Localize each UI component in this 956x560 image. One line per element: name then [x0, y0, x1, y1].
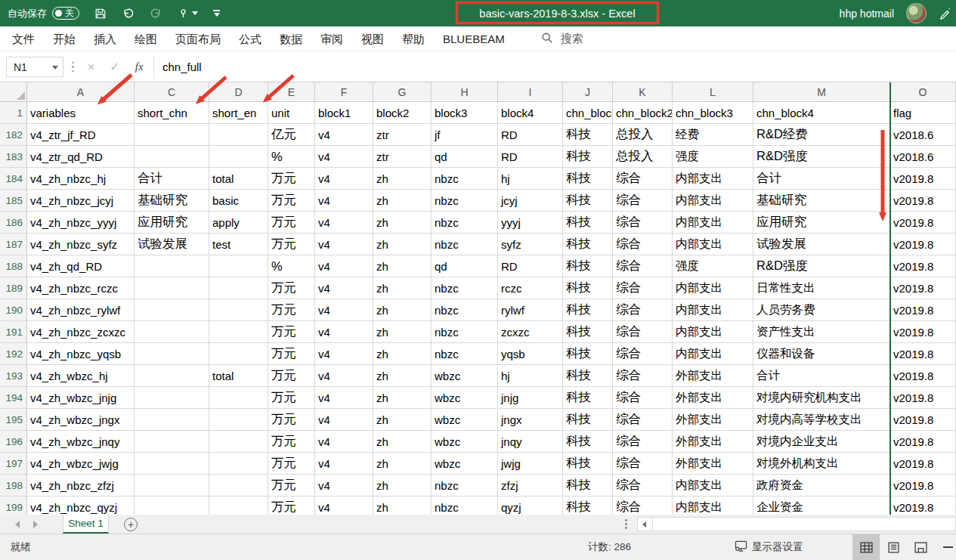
- cell-F186[interactable]: v4: [315, 212, 373, 234]
- cell-C182[interactable]: [135, 124, 209, 146]
- cell-L186[interactable]: 内部支出: [673, 212, 753, 234]
- cell-H194[interactable]: wbzc: [432, 387, 498, 409]
- cell-I197[interactable]: jwjg: [498, 453, 563, 475]
- column-header-A[interactable]: A: [27, 82, 135, 102]
- page-layout-view-icon[interactable]: [880, 534, 907, 560]
- row-header-196[interactable]: 196: [0, 431, 27, 453]
- cell-D196[interactable]: [209, 431, 268, 453]
- sheet-nav-right-icon[interactable]: [33, 521, 38, 528]
- cell-E185[interactable]: 万元: [268, 190, 315, 212]
- cell-J182[interactable]: 科技: [563, 124, 613, 146]
- search-box[interactable]: 搜索: [541, 32, 583, 46]
- cell-L182[interactable]: 经费: [673, 124, 753, 146]
- ribbon-tab-数据[interactable]: 数据: [271, 26, 311, 51]
- row-header-191[interactable]: 191: [0, 321, 27, 343]
- touch-mouse-mode-icon[interactable]: [178, 8, 198, 19]
- column-header-K[interactable]: K: [613, 82, 673, 102]
- cell-H199[interactable]: nbzc: [432, 497, 498, 515]
- cell-O199[interactable]: v2019.8: [890, 497, 956, 515]
- cell-H196[interactable]: wbzc: [432, 431, 498, 453]
- row-header-195[interactable]: 195: [0, 409, 27, 431]
- column-header-D[interactable]: D: [209, 82, 268, 102]
- cell-D192[interactable]: [209, 343, 268, 365]
- cell-J199[interactable]: 科技: [563, 497, 613, 515]
- cell-I182[interactable]: RD: [498, 124, 563, 146]
- column-header-L[interactable]: L: [673, 82, 753, 102]
- row-header-197[interactable]: 197: [0, 453, 27, 475]
- cell-I192[interactable]: yqsb: [498, 343, 563, 365]
- cell-K189[interactable]: 综合: [613, 277, 673, 299]
- cell-K194[interactable]: 综合: [613, 387, 673, 409]
- cell-F190[interactable]: v4: [315, 299, 373, 321]
- cell-J1[interactable]: chn_block1: [563, 102, 613, 124]
- cell-C187[interactable]: 试验发展: [135, 234, 209, 255]
- cell-G191[interactable]: zh: [373, 321, 432, 343]
- cell-C184[interactable]: 合计: [135, 168, 209, 190]
- cell-G187[interactable]: zh: [373, 234, 432, 255]
- row-header-189[interactable]: 189: [0, 277, 27, 299]
- row-header-192[interactable]: 192: [0, 343, 27, 365]
- cell-K1[interactable]: chn_block2: [613, 102, 673, 124]
- name-box[interactable]: N1: [6, 57, 63, 77]
- cell-G192[interactable]: zh: [373, 343, 432, 365]
- cell-L187[interactable]: 内部支出: [673, 234, 753, 255]
- column-header-M[interactable]: M: [753, 82, 890, 102]
- cell-E197[interactable]: 万元: [268, 453, 315, 475]
- cell-J189[interactable]: 科技: [563, 277, 613, 299]
- cell-G193[interactable]: zh: [373, 365, 432, 387]
- ribbon-tab-页面布局[interactable]: 页面布局: [166, 26, 230, 51]
- cell-K197[interactable]: 综合: [613, 453, 673, 475]
- cell-F192[interactable]: v4: [315, 343, 373, 365]
- formula-input[interactable]: chn_full: [162, 51, 202, 82]
- cell-O194[interactable]: v2019.8: [890, 387, 956, 409]
- row-header-183[interactable]: 183: [0, 146, 27, 168]
- cell-F196[interactable]: v4: [315, 431, 373, 453]
- cell-O185[interactable]: v2019.8: [890, 190, 956, 212]
- cell-C188[interactable]: [135, 255, 209, 277]
- cell-D185[interactable]: basic: [209, 190, 268, 212]
- cell-I198[interactable]: zfzj: [498, 475, 563, 497]
- cell-G195[interactable]: zh: [373, 409, 432, 431]
- column-header-I[interactable]: I: [498, 82, 563, 102]
- ribbon-tab-文件[interactable]: 文件: [3, 26, 44, 51]
- cell-F193[interactable]: v4: [315, 365, 373, 387]
- cell-M187[interactable]: 试验发展: [753, 234, 890, 255]
- cell-A183[interactable]: v4_ztr_qd_RD: [27, 146, 135, 168]
- cell-J188[interactable]: 科技: [563, 255, 613, 277]
- row-header-188[interactable]: 188: [0, 255, 27, 277]
- column-header-F[interactable]: F: [315, 82, 373, 102]
- row-header-1[interactable]: 1: [0, 102, 27, 124]
- cell-F191[interactable]: v4: [315, 321, 373, 343]
- cell-C196[interactable]: [135, 431, 209, 453]
- cell-O195[interactable]: v2019.8: [890, 409, 956, 431]
- cell-G188[interactable]: zh: [373, 255, 432, 277]
- cell-O190[interactable]: v2019.8: [890, 299, 956, 321]
- cell-A191[interactable]: v4_zh_nbzc_zcxzc: [27, 321, 135, 343]
- cell-E183[interactable]: %: [268, 146, 315, 168]
- cell-C197[interactable]: [135, 453, 209, 475]
- cell-M186[interactable]: 应用研究: [753, 212, 890, 234]
- cell-H182[interactable]: jf: [432, 124, 498, 146]
- cell-K188[interactable]: 综合: [613, 255, 673, 277]
- cell-J195[interactable]: 科技: [563, 409, 613, 431]
- enter-icon[interactable]: ✓: [110, 60, 119, 74]
- row-header-198[interactable]: 198: [0, 475, 27, 497]
- cell-A199[interactable]: v4_zh_nbzc_qyzj: [27, 497, 135, 515]
- cell-H185[interactable]: nbzc: [432, 190, 498, 212]
- cell-H188[interactable]: qd: [432, 255, 498, 277]
- cell-H187[interactable]: nbzc: [432, 234, 498, 255]
- cell-C1[interactable]: short_chn: [135, 102, 209, 124]
- cell-L192[interactable]: 内部支出: [673, 343, 753, 365]
- cell-D187[interactable]: test: [209, 234, 268, 255]
- autosave-toggle[interactable]: 自动保存 关: [8, 7, 79, 20]
- cell-A186[interactable]: v4_zh_nbzc_yyyj: [27, 212, 135, 234]
- cell-L191[interactable]: 内部支出: [673, 321, 753, 343]
- save-icon[interactable]: [94, 8, 107, 20]
- cell-M182[interactable]: R&D经费: [753, 124, 890, 146]
- cell-E189[interactable]: 万元: [268, 277, 315, 299]
- cell-E195[interactable]: 万元: [268, 409, 315, 431]
- cell-F185[interactable]: v4: [315, 190, 373, 212]
- cell-K192[interactable]: 综合: [613, 343, 673, 365]
- cell-H195[interactable]: wbzc: [432, 409, 498, 431]
- cell-L199[interactable]: 内部支出: [673, 497, 753, 515]
